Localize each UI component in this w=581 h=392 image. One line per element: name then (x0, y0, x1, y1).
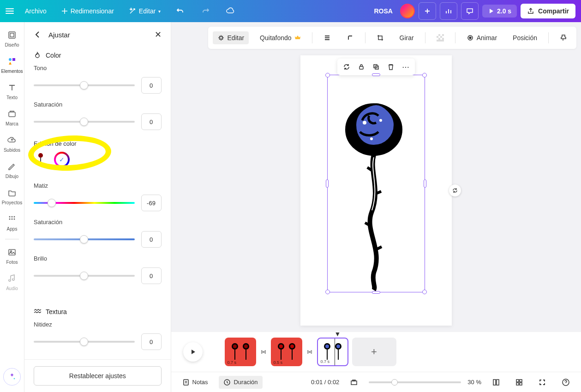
style-copy-button[interactable] (555, 31, 572, 44)
svg-rect-21 (440, 38, 442, 40)
brightness-value[interactable]: 0 (141, 267, 162, 284)
timeline-clip-3[interactable]: ▼ 0.7 s (317, 338, 348, 366)
add-page-button[interactable]: + (352, 338, 396, 366)
grid-view-1[interactable] (488, 376, 504, 389)
duration-button[interactable]: Duración (219, 376, 262, 389)
clip-1-duration: 0.7 s (228, 360, 237, 365)
corner-icon-button[interactable] (342, 31, 359, 44)
user-avatar[interactable] (400, 4, 415, 18)
tone-slider[interactable] (34, 84, 135, 86)
sidebar-item-apps[interactable]: Apps (0, 210, 24, 235)
view-mode-1[interactable] (346, 376, 362, 389)
transition-1[interactable]: ⋈ (260, 349, 267, 355)
design-icon (6, 30, 18, 41)
svg-point-29 (379, 119, 382, 122)
resize-menu[interactable]: Redimensionar (58, 5, 118, 18)
remove-bg-button[interactable]: Quitafondo (255, 31, 305, 44)
magic-button[interactable] (3, 368, 21, 386)
sidebar-item-uploads[interactable]: Subidos (0, 131, 24, 156)
edit-image-button[interactable]: Editar (213, 31, 249, 44)
file-menu[interactable]: Archivo (21, 5, 50, 18)
redo-button[interactable] (197, 2, 214, 20)
undo-button[interactable] (172, 2, 189, 20)
svg-rect-1 (10, 33, 14, 37)
tone-value[interactable]: 0 (141, 77, 162, 94)
sidebar-item-brand[interactable]: Marca (0, 105, 24, 130)
notes-button[interactable]: Notas (178, 376, 213, 389)
rotate-handle[interactable] (449, 184, 461, 196)
more-icon[interactable]: ⋯ (399, 60, 412, 73)
svg-point-34 (244, 344, 248, 348)
crop-button[interactable] (372, 31, 389, 44)
playhead-marker[interactable]: ▼ (335, 330, 341, 338)
svg-point-28 (363, 121, 366, 125)
photos-icon (6, 247, 18, 258)
play-button[interactable] (183, 342, 203, 362)
saturation-slider[interactable] (34, 121, 135, 123)
animate-button[interactable]: Animar (462, 31, 502, 44)
svg-point-38 (290, 344, 294, 348)
sidebar-item-elements[interactable]: Elementos (0, 52, 24, 77)
svg-rect-24 (359, 66, 363, 69)
add-member-button[interactable] (419, 2, 436, 20)
canvas-page[interactable]: ⋯ (300, 55, 452, 326)
menu-icon[interactable] (6, 8, 14, 14)
timeline-clip-1[interactable]: 0.7 s (225, 338, 256, 366)
sharpness-value[interactable]: 0 (141, 333, 162, 350)
back-icon[interactable] (34, 30, 42, 39)
saturation2-value[interactable]: 0 (141, 231, 162, 248)
sidebar-item-draw[interactable]: Dibujo (0, 157, 24, 183)
svg-rect-18 (438, 36, 440, 38)
sidebar-item-audio[interactable]: Audio (0, 269, 24, 295)
reset-button[interactable]: Restablecer ajustes (34, 366, 162, 386)
share-button[interactable]: Compartir (521, 4, 575, 18)
svg-point-23 (469, 37, 471, 39)
transition-2[interactable]: ⋈ (306, 349, 313, 355)
help-button[interactable] (557, 375, 575, 389)
insights-button[interactable] (440, 2, 457, 20)
fullscreen-button[interactable] (534, 376, 551, 389)
sharpness-slider[interactable] (34, 341, 135, 343)
comment-button[interactable] (461, 2, 479, 20)
cloud-sync-icon[interactable] (222, 2, 239, 20)
svg-point-36 (279, 344, 283, 348)
color-swatch-selected[interactable]: ✓ (54, 152, 70, 167)
lock-icon[interactable] (355, 60, 368, 73)
grid-view-2[interactable] (511, 376, 527, 389)
rose-image[interactable] (337, 97, 415, 291)
position-button[interactable]: Posición (508, 31, 542, 44)
list-icon-button[interactable] (319, 31, 335, 44)
svg-point-2 (9, 58, 12, 61)
svg-rect-4 (9, 112, 15, 117)
edit-menu[interactable]: Editar ▾ (125, 5, 165, 18)
delete-icon[interactable] (384, 60, 397, 73)
saturation2-slider[interactable] (34, 238, 135, 240)
svg-rect-19 (442, 36, 444, 38)
sharpness-label: Nitidez (34, 321, 162, 328)
rotate-button[interactable]: Girar (395, 31, 419, 44)
svg-point-32 (233, 344, 237, 348)
document-title[interactable]: ROSA (374, 7, 393, 15)
sidebar-item-design[interactable]: Diseño (0, 26, 24, 51)
hue-value[interactable]: -69 (141, 195, 162, 211)
duplicate-icon[interactable] (370, 60, 383, 73)
selection-box[interactable]: ⋯ (327, 75, 425, 292)
text-icon (6, 82, 18, 93)
timeline-clip-2[interactable]: 0.5 s (271, 338, 302, 366)
uploads-icon (6, 135, 18, 146)
close-panel-button[interactable]: ✕ (155, 30, 162, 40)
sidebar-item-text[interactable]: Texto (0, 78, 24, 104)
transparency-button[interactable] (432, 31, 449, 44)
color-swatch-original[interactable] (34, 153, 48, 166)
sidebar-item-projects[interactable]: Proyectos (0, 184, 24, 209)
svg-rect-51 (516, 383, 519, 385)
sidebar-item-photos[interactable]: Fotos (0, 243, 24, 268)
present-button[interactable]: 2.0 s (482, 5, 517, 18)
brightness-slider[interactable] (34, 275, 135, 277)
zoom-slider[interactable] (369, 381, 461, 383)
share-label: Compartir (538, 7, 569, 15)
regen-icon[interactable] (340, 60, 353, 73)
hue-slider[interactable] (34, 202, 135, 204)
left-sidebar: Diseño Elementos Texto Marca Subidos Dib… (0, 22, 24, 392)
saturation-value[interactable]: 0 (141, 113, 162, 130)
